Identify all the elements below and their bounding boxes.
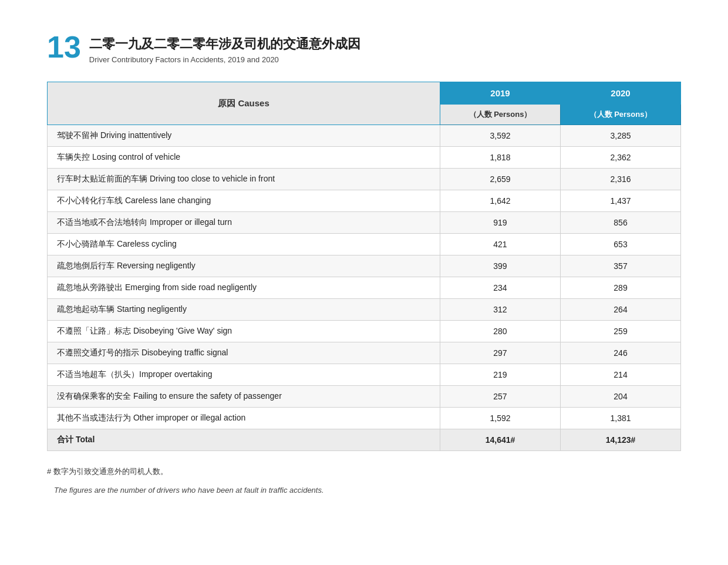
value-2019-cell: 1,642 [440, 190, 560, 212]
value-2019-cell: 919 [440, 212, 560, 234]
cause-cell: 不遵照「让路」标志 Disobeying 'Give Way' sign [48, 321, 440, 342]
col-header-causes: 原因 Causes [48, 82, 440, 125]
value-2020-cell: 2,362 [560, 147, 680, 169]
table-row: 不遵照「让路」标志 Disobeying 'Give Way' sign2802… [48, 321, 681, 342]
cause-cell: 不小心骑踏单车 Careless cycling [48, 234, 440, 255]
value-2020-cell: 259 [560, 321, 680, 342]
footnote-zh: # 数字为引致交通意外的司机人数。 [47, 465, 681, 478]
cause-cell: 行车时太贴近前面的车辆 Driving too close to vehicle… [48, 169, 440, 190]
table-row: 疏忽地倒后行车 Reversing negligently399357 [48, 255, 681, 277]
value-2020-cell: 357 [560, 255, 680, 277]
value-2019-cell: 297 [440, 342, 560, 364]
value-2020-cell: 1,437 [560, 190, 680, 212]
table-row: 疏忽地起动车辆 Starting negligently312264 [48, 299, 681, 321]
page-header: 13 二零一九及二零二零年涉及司机的交通意外成因 Driver Contribu… [47, 35, 681, 64]
value-2020-cell: 653 [560, 234, 680, 255]
value-2020-cell: 204 [560, 386, 680, 408]
col-subheader-2020-persons: （人数 Persons） [560, 105, 680, 125]
cause-cell: 不小心转化行车线 Careless lane changing [48, 190, 440, 212]
cause-cell: 车辆失控 Losing control of vehicle [48, 147, 440, 169]
value-2019-cell: 421 [440, 234, 560, 255]
total-label: 合计 Total [48, 429, 440, 451]
table-row: 行车时太贴近前面的车辆 Driving too close to vehicle… [48, 169, 681, 190]
table-row: 不遵照交通灯号的指示 Disobeying traffic signal2972… [48, 342, 681, 364]
value-2020-cell: 1,381 [560, 408, 680, 429]
cause-cell: 其他不当或违法行为 Other improper or illegal acti… [48, 408, 440, 429]
value-2019-cell: 234 [440, 277, 560, 299]
total-2019: 14,641# [440, 429, 560, 451]
value-2020-cell: 2,316 [560, 169, 680, 190]
cause-cell: 不适当地或不合法地转向 Improper or illegal turn [48, 212, 440, 234]
value-2020-cell: 3,285 [560, 125, 680, 147]
cause-cell: 没有确保乘客的安全 Failing to ensure the safety o… [48, 386, 440, 408]
page-number: 13 [47, 32, 81, 62]
col-header-2020: 2020 [560, 82, 680, 105]
table-row: 没有确保乘客的安全 Failing to ensure the safety o… [48, 386, 681, 408]
title-en: Driver Contributory Factors in Accidents… [89, 55, 360, 64]
col-subheader-2019-persons: （人数 Persons） [440, 105, 560, 125]
value-2019-cell: 3,592 [440, 125, 560, 147]
cause-cell: 驾驶不留神 Driving inattentively [48, 125, 440, 147]
value-2020-cell: 214 [560, 364, 680, 386]
total-2020: 14,123# [560, 429, 680, 451]
value-2019-cell: 257 [440, 386, 560, 408]
table-row: 不小心转化行车线 Careless lane changing1,6421,43… [48, 190, 681, 212]
footnote-en: The figures are the number of drivers wh… [47, 484, 681, 497]
total-row: 合计 Total14,641#14,123# [48, 429, 681, 451]
cause-cell: 疏忽地起动车辆 Starting negligently [48, 299, 440, 321]
cause-cell: 疏忽地从旁路驶出 Emerging from side road neglige… [48, 277, 440, 299]
title-block: 二零一九及二零二零年涉及司机的交通意外成因 Driver Contributor… [89, 35, 360, 64]
table-row: 不小心骑踏单车 Careless cycling421653 [48, 234, 681, 255]
value-2019-cell: 280 [440, 321, 560, 342]
value-2019-cell: 399 [440, 255, 560, 277]
value-2019-cell: 219 [440, 364, 560, 386]
table-row: 不适当地超车（扒头）Improper overtaking219214 [48, 364, 681, 386]
value-2020-cell: 264 [560, 299, 680, 321]
cause-cell: 疏忽地倒后行车 Reversing negligently [48, 255, 440, 277]
table-row: 疏忽地从旁路驶出 Emerging from side road neglige… [48, 277, 681, 299]
value-2020-cell: 856 [560, 212, 680, 234]
cause-cell: 不遵照交通灯号的指示 Disobeying traffic signal [48, 342, 440, 364]
table-row: 车辆失控 Losing control of vehicle1,8182,362 [48, 147, 681, 169]
col-header-2019: 2019 [440, 82, 560, 105]
value-2019-cell: 1,818 [440, 147, 560, 169]
value-2020-cell: 246 [560, 342, 680, 364]
cause-cell: 不适当地超车（扒头）Improper overtaking [48, 364, 440, 386]
table-row: 不适当地或不合法地转向 Improper or illegal turn9198… [48, 212, 681, 234]
value-2019-cell: 2,659 [440, 169, 560, 190]
value-2019-cell: 1,592 [440, 408, 560, 429]
table-row: 驾驶不留神 Driving inattentively3,5923,285 [48, 125, 681, 147]
table-row: 其他不当或违法行为 Other improper or illegal acti… [48, 408, 681, 429]
data-table: 原因 Causes 2019 2020 （人数 Persons） （人数 Per… [47, 82, 681, 451]
value-2019-cell: 312 [440, 299, 560, 321]
value-2020-cell: 289 [560, 277, 680, 299]
title-zh: 二零一九及二零二零年涉及司机的交通意外成因 [89, 35, 360, 53]
